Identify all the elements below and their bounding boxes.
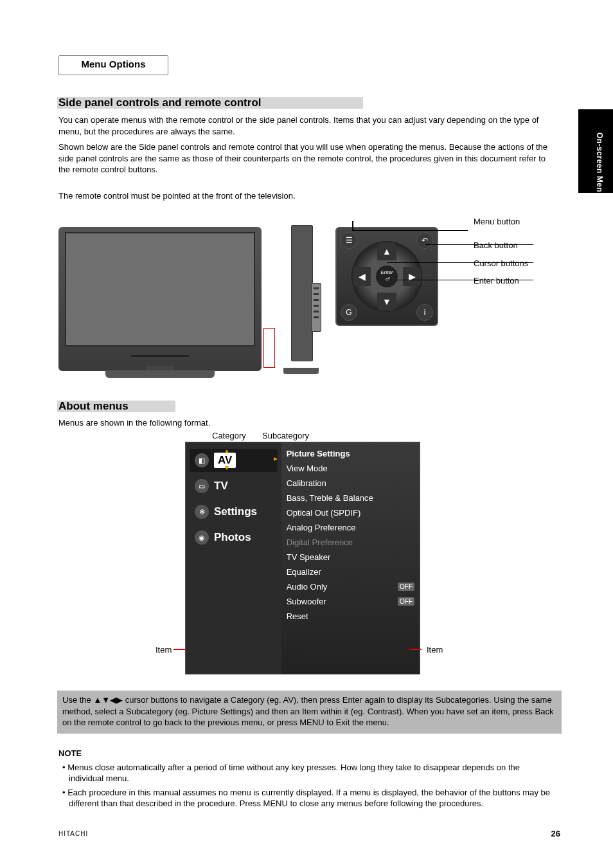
av-icon: ◧ <box>195 453 209 467</box>
osd-item-analog-pref[interactable]: Analog Preference <box>287 520 418 535</box>
note-bullet-1: • Menus close automatically after a peri… <box>58 762 550 784</box>
about-menus-intro: Menus are shown in the following format. <box>58 417 550 429</box>
osd-right-arrow-icon: ▸ <box>274 453 278 464</box>
side-tab-label: On-screen Menu <box>594 132 605 167</box>
cursor-right-icon: ▶ <box>403 267 421 286</box>
osd-label-item-left: Item <box>155 644 172 656</box>
osd-label-item-right: Item <box>427 644 443 656</box>
osd-cat-photos-label: Photos <box>214 530 251 545</box>
osd-item-subwoofer[interactable]: SubwooferOFF <box>287 594 418 609</box>
dpad: ▲ ▼ ◀ ▶ Enter⏎ <box>351 241 422 312</box>
osd-item-tv-speaker[interactable]: TV Speaker <box>287 550 418 565</box>
osd-up-arrow-icon: ▴ <box>225 446 229 456</box>
menu-options-tab: Menu Options <box>58 55 168 75</box>
osd-item-calibration[interactable]: Calibration <box>287 476 418 491</box>
label-back-button: Back button <box>474 240 518 251</box>
osd-sub-header[interactable]: Picture Settings <box>287 446 418 461</box>
osd-label-category: Category <box>212 430 246 442</box>
label-cursor-buttons: Cursor buttons <box>474 258 528 269</box>
osd-item-equalizer[interactable]: Equalizer <box>287 565 418 579</box>
osd-cat-photos[interactable]: ◉ Photos <box>190 526 278 549</box>
label-menu-button: Menu button <box>474 216 520 228</box>
brand-footer: HITACHI <box>58 829 88 838</box>
osd-menu: ◧ AV ▭ TV ✻ Settings ◉ Photos Picture Se… <box>185 442 420 674</box>
osd-cat-tv-label: TV <box>214 479 228 494</box>
osd-cat-settings-label: Settings <box>214 505 257 520</box>
cursor-down-icon: ▼ <box>377 293 396 311</box>
label-enter-button: Enter button <box>474 275 519 287</box>
heading-about-menus: About menus <box>58 399 129 414</box>
osd-item-digital-pref: Digital Preference <box>287 535 418 550</box>
gear-icon: ✻ <box>195 505 209 519</box>
navigation-instructions: Use the ▲▼◀▶ cursor buttons to navigate … <box>57 691 562 734</box>
tv-front-illustration <box>58 227 262 371</box>
camera-icon: ◉ <box>195 530 209 545</box>
intro-para-3: The remote control must be pointed at th… <box>58 190 550 202</box>
osd-label-subcategory: Subcategory <box>262 430 309 442</box>
heading-side-panel: Side panel controls and remote control <box>58 96 262 111</box>
note-section: NOTE • Menus close automatically after a… <box>58 748 550 809</box>
side-tab: On-screen Menu <box>578 109 613 193</box>
osd-item-optical-out[interactable]: Optical Out (SPDIF) <box>287 505 418 520</box>
osd-item-column: Picture Settings View Mode Calibration B… <box>281 442 420 674</box>
cursor-up-icon: ▲ <box>377 242 396 260</box>
remote-illustration: ☰ ↶ G i ▲ ▼ ◀ ▶ Enter⏎ <box>335 227 438 326</box>
enter-button-icon: Enter⏎ <box>376 266 398 287</box>
osd-cat-tv[interactable]: ▭ TV <box>190 475 278 498</box>
osd-item-reset[interactable]: Reset <box>287 609 418 624</box>
note-bullet-2: • Each procedure in this manual assumes … <box>58 787 550 809</box>
osd-down-arrow-icon: ▾ <box>225 462 229 473</box>
intro-para-1: You can operate menus with the remote co… <box>58 114 550 137</box>
osd-cat-av[interactable]: ◧ AV <box>190 449 278 472</box>
osd-item-bass-treble[interactable]: Bass, Treble & Balance <box>287 491 418 505</box>
page-number: 26 <box>551 828 560 840</box>
osd-cat-settings[interactable]: ✻ Settings <box>190 500 278 523</box>
intro-para-2: Shown below are the Side panel controls … <box>58 141 550 176</box>
side-panel-highlight <box>263 328 275 368</box>
tv-side-illustration <box>283 225 319 374</box>
cursor-left-icon: ◀ <box>353 267 371 286</box>
osd-item-audio-only[interactable]: Audio OnlyOFF <box>287 579 418 594</box>
osd-item-view-mode[interactable]: View Mode <box>287 461 418 476</box>
tv-icon: ▭ <box>195 479 209 493</box>
osd-category-column: ◧ AV ▭ TV ✻ Settings ◉ Photos <box>186 442 281 674</box>
note-heading: NOTE <box>58 748 550 759</box>
